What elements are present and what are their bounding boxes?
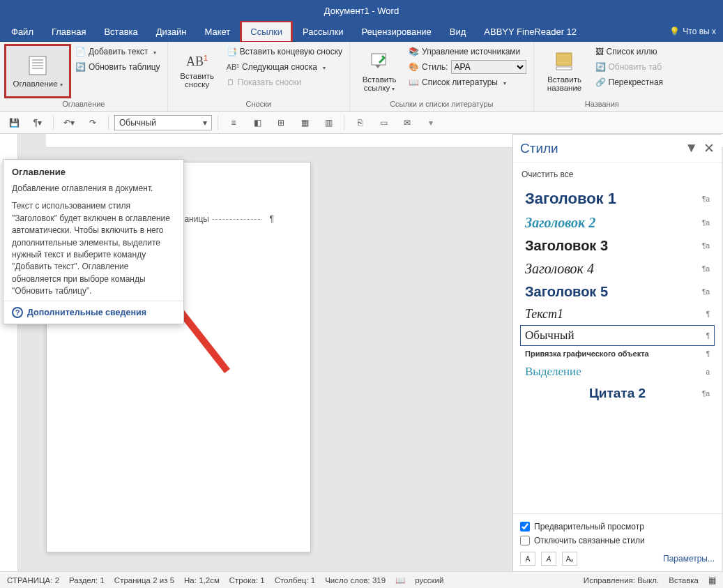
styles-pane: Стили ▼ ✕ Очистить все Заголовок 1¶a Заг… bbox=[512, 134, 722, 571]
status-bar: СТРАНИЦА: 2 Раздел: 1 Страница 2 из 5 На… bbox=[0, 571, 723, 588]
page-icon[interactable]: ▭ bbox=[374, 114, 393, 131]
svg-rect-7 bbox=[556, 67, 572, 70]
style-normal[interactable]: Обычный¶ bbox=[520, 325, 715, 346]
tab-mailings[interactable]: Рассылки bbox=[294, 22, 351, 41]
merge-icon[interactable]: ⊞ bbox=[271, 114, 291, 131]
tab-view[interactable]: Вид bbox=[441, 22, 475, 41]
quick-style-select[interactable]: Обычный▾ bbox=[114, 115, 212, 130]
tooltip-title: Оглавление bbox=[3, 160, 183, 180]
status-words[interactable]: Число слов: 319 bbox=[325, 576, 386, 585]
tooltip-body: Текст с использованием стиля "Заголовок"… bbox=[3, 197, 183, 300]
next-footnote-button[interactable]: AB¹ Следующая сноска bbox=[224, 59, 345, 75]
manage-styles-icon[interactable]: Aᵩ bbox=[562, 552, 577, 566]
proofing-icon[interactable]: 📖 bbox=[395, 575, 405, 585]
ribbon-tabs: Файл Главная Вставка Дизайн Макет Ссылки… bbox=[0, 21, 723, 42]
add-text-button[interactable]: 📄 Добавить текст bbox=[73, 44, 163, 59]
show-icon: 🗒 bbox=[227, 77, 235, 87]
tab-review[interactable]: Рецензирование bbox=[353, 22, 439, 41]
add-text-icon: 📄 bbox=[75, 47, 86, 56]
update-captions-button: 🔄 Обновить таб bbox=[593, 59, 667, 75]
ribbon-group-citations: Вставить ссылку 📚 Управление источниками… bbox=[350, 42, 533, 111]
status-page[interactable]: СТРАНИЦА: 2 bbox=[7, 576, 59, 585]
chevron-down-icon[interactable]: ▾ bbox=[421, 114, 441, 131]
group-label-captions: Названия bbox=[538, 98, 667, 111]
tab-layout[interactable]: Макет bbox=[196, 22, 238, 41]
tooltip-summary: Добавление оглавления в документ. bbox=[3, 180, 183, 197]
tooltip-more-link[interactable]: ? Дополнительные сведения bbox=[3, 301, 183, 324]
new-style-icon[interactable]: A bbox=[520, 552, 535, 566]
tab-abbyy[interactable]: ABBYY FineReader 12 bbox=[475, 22, 585, 41]
bibliography-button[interactable]: 📖 Список литературы bbox=[406, 75, 528, 90]
refresh-icon: 🔄 bbox=[75, 62, 86, 72]
toc-button[interactable]: Оглавление bbox=[4, 44, 71, 98]
window-title: Документ1 - Word bbox=[324, 6, 399, 16]
status-line[interactable]: Строка: 1 bbox=[229, 576, 265, 585]
show-footnotes-button: 🗒 Показать сноски bbox=[224, 75, 345, 90]
style-heading5[interactable]: Заголовок 5¶a bbox=[520, 280, 715, 303]
manage-sources-button[interactable]: 📚 Управление источниками bbox=[406, 44, 528, 59]
show-marks-icon[interactable]: ¶▾ bbox=[28, 114, 47, 131]
preview-checkbox[interactable]: Предварительный просмотр bbox=[520, 520, 715, 534]
refresh-icon: 🔄 bbox=[595, 62, 606, 72]
status-at[interactable]: На: 1,2см bbox=[184, 576, 220, 585]
style-heading3[interactable]: Заголовок 3¶a bbox=[520, 234, 715, 257]
status-track[interactable]: Исправления: Выкл. bbox=[584, 576, 659, 585]
group-label-footnotes: Сноски bbox=[172, 98, 345, 111]
tab-insert[interactable]: Вставка bbox=[96, 22, 146, 41]
macro-icon[interactable]: ▦ bbox=[708, 575, 716, 585]
undo-icon[interactable]: ↶▾ bbox=[59, 114, 79, 131]
insert-footnote-button[interactable]: AB1 Вставить сноску bbox=[172, 44, 222, 98]
tab-references[interactable]: Ссылки bbox=[240, 20, 293, 43]
copy-icon[interactable]: ⎘ bbox=[350, 114, 370, 131]
style-quote2[interactable]: Цитата 2¶a bbox=[520, 382, 715, 405]
ribbon-group-footnotes: AB1 Вставить сноску 📑 Вставить концевую … bbox=[168, 42, 350, 111]
style-emphasis[interactable]: Выделениеa bbox=[520, 361, 715, 382]
pane-options-icon[interactable]: ▼ bbox=[685, 140, 698, 156]
clear-all[interactable]: Очистить все bbox=[520, 167, 715, 186]
list-icon[interactable]: ≡ bbox=[224, 114, 243, 131]
insert-caption-button[interactable]: Вставить название bbox=[538, 44, 591, 98]
disable-linked-checkbox[interactable]: Отключить связанные стили bbox=[520, 534, 715, 548]
title-bar: Документ1 - Word bbox=[0, 0, 723, 21]
fig-icon: 🖼 bbox=[595, 47, 604, 56]
table-icon[interactable]: ▦ bbox=[295, 114, 314, 131]
update-toc-button[interactable]: 🔄 Обновить таблицу bbox=[73, 59, 163, 75]
tab-file[interactable]: Файл bbox=[3, 22, 42, 41]
toc-icon bbox=[26, 54, 49, 77]
style-heading1[interactable]: Заголовок 1¶a bbox=[520, 186, 715, 211]
status-page-of[interactable]: Страница 2 из 5 bbox=[114, 576, 174, 585]
status-column[interactable]: Столбец: 1 bbox=[275, 576, 316, 585]
ribbon: Оглавление 📄 Добавить текст 🔄 Обновить т… bbox=[0, 42, 723, 112]
help-icon: ? bbox=[12, 307, 23, 318]
styles-options-link[interactable]: Параметры... bbox=[663, 554, 715, 564]
style-heading4[interactable]: Заголовок 4¶a bbox=[520, 257, 715, 280]
bulb-icon: 💡 bbox=[669, 27, 680, 36]
redo-icon[interactable]: ↷ bbox=[83, 114, 102, 131]
close-icon[interactable]: ✕ bbox=[703, 140, 715, 156]
quick-toolbar: 💾 ¶▾ ↶▾ ↷ Обычный▾ ≡ ◧ ⊞ ▦ ▥ ⎘ ▭ ✉ ▾ bbox=[0, 112, 723, 134]
style-inspector-icon[interactable]: A bbox=[541, 552, 556, 566]
style-heading2[interactable]: Заголовок 2¶a bbox=[520, 211, 715, 234]
tell-me[interactable]: 💡 Что вы х bbox=[669, 27, 720, 36]
save-icon[interactable]: 💾 bbox=[4, 114, 24, 131]
eraser-icon[interactable]: ◧ bbox=[248, 114, 267, 131]
cross-icon: 🔗 bbox=[595, 77, 606, 87]
envelope-icon[interactable]: ✉ bbox=[397, 114, 417, 131]
sources-icon: 📚 bbox=[409, 47, 419, 56]
style-anchor[interactable]: Привязка графического объекта¶ bbox=[520, 346, 715, 361]
style-text1[interactable]: Текст1¶ bbox=[520, 303, 715, 325]
cross-reference-button[interactable]: 🔗 Перекрестная bbox=[593, 75, 667, 90]
figures-list-button[interactable]: 🖼 Список иллю bbox=[593, 44, 667, 59]
tab-design[interactable]: Дизайн bbox=[148, 22, 195, 41]
insert-endnote-button[interactable]: 📑 Вставить концевую сноску bbox=[224, 44, 345, 59]
split-icon[interactable]: ▥ bbox=[319, 114, 338, 131]
status-insert[interactable]: Вставка bbox=[669, 576, 699, 585]
insert-citation-button[interactable]: Вставить ссылку bbox=[354, 44, 404, 98]
status-section[interactable]: Раздел: 1 bbox=[69, 576, 105, 585]
citation-style-select[interactable]: 🎨 Стиль: APA bbox=[406, 59, 528, 75]
bibliography-icon: 📖 bbox=[409, 77, 419, 87]
status-language[interactable]: русский bbox=[415, 576, 443, 585]
citation-style-dropdown[interactable]: APA bbox=[451, 60, 526, 74]
style-icon: 🎨 bbox=[409, 62, 419, 72]
tab-home[interactable]: Главная bbox=[43, 22, 94, 41]
